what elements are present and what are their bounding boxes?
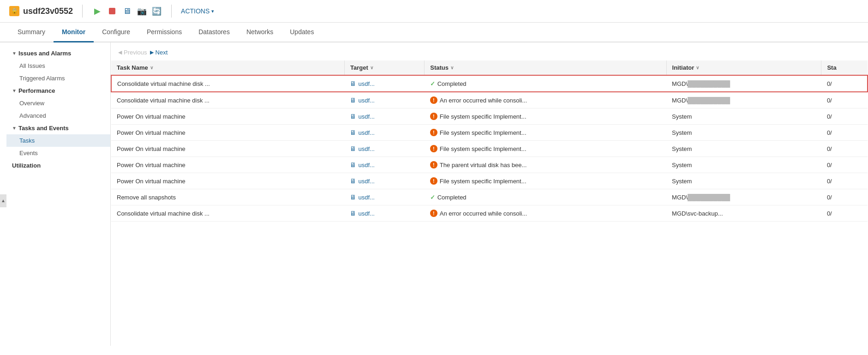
cell-target[interactable]: 🖥usdf...: [344, 173, 424, 189]
col-sta[interactable]: Sta: [821, 60, 868, 75]
sidebar-group-tasks-events[interactable]: ▼ Tasks and Events: [6, 122, 110, 134]
table-row[interactable]: Consolidate virtual machine disk ...🖥usd…: [111, 92, 868, 108]
cell-task-name: Consolidate virtual machine disk ...: [111, 75, 344, 92]
status-text: An error occurred while consoli...: [440, 97, 527, 104]
table-row[interactable]: Power On virtual machine🖥usdf...!File sy…: [111, 125, 868, 141]
cell-target[interactable]: 🖥usdf...: [344, 108, 424, 125]
status-text: File system specific Implement...: [440, 145, 527, 152]
cell-status: !File system specific Implement...: [425, 108, 666, 125]
tab-summary[interactable]: Summary: [9, 23, 54, 42]
expand-arrow-icon: ▼: [12, 51, 17, 56]
play-button[interactable]: ▶: [92, 6, 103, 17]
tab-networks[interactable]: Networks: [238, 23, 281, 42]
initiator-sort: Initiator ∨: [672, 64, 700, 71]
tab-permissions[interactable]: Permissions: [138, 23, 190, 42]
target-text: usdf...: [358, 145, 374, 152]
actions-button[interactable]: ACTIONS ▾: [181, 7, 214, 15]
table-row[interactable]: Consolidate virtual machine disk ...🖥usd…: [111, 75, 868, 92]
table-row[interactable]: Power On virtual machine🖥usdf...!File sy…: [111, 141, 868, 157]
cell-task-name: Consolidate virtual machine disk ...: [111, 92, 344, 108]
cell-target[interactable]: 🖥usdf...: [344, 157, 424, 173]
tab-monitor[interactable]: Monitor: [54, 23, 94, 42]
col-status[interactable]: Status ∨: [425, 60, 666, 75]
cell-target[interactable]: 🖥usdf...: [344, 141, 424, 157]
table-row[interactable]: Power On virtual machine🖥usdf...!The par…: [111, 157, 868, 173]
actions-label: ACTIONS: [181, 7, 210, 15]
migrate-button[interactable]: 🔄: [151, 6, 162, 17]
cell-initiator: System: [666, 108, 821, 125]
snapshot-button[interactable]: 📷: [136, 6, 147, 17]
next-arrow-icon: ▶: [150, 49, 154, 55]
monitor-button[interactable]: 🖥: [121, 6, 132, 17]
sidebar-item-utilization[interactable]: Utilization: [6, 159, 110, 172]
col-task-name[interactable]: Task Name ∨: [111, 60, 344, 75]
cell-sta: 0/: [821, 75, 868, 92]
cell-initiator: System: [666, 173, 821, 189]
target-text: usdf...: [358, 162, 374, 168]
cell-initiator: MGD\██████████: [666, 189, 821, 205]
sidebar-group-performance[interactable]: ▼ Performance: [6, 84, 110, 97]
col-target[interactable]: Target ∨: [344, 60, 424, 75]
table-row[interactable]: Consolidate virtual machine disk ...🖥usd…: [111, 205, 868, 222]
vm-icon: 🖥: [350, 193, 356, 201]
warning-icon: !: [430, 210, 437, 217]
tab-configure[interactable]: Configure: [94, 23, 138, 42]
sidebar-group-label-issues: Issues and Alarms: [18, 50, 71, 57]
sidebar-item-tasks[interactable]: Tasks: [6, 134, 110, 147]
header-divider: [82, 5, 83, 18]
next-button[interactable]: ▶ Next: [150, 49, 168, 56]
table-row[interactable]: Remove all snapshots🖥usdf...✓CompletedMG…: [111, 189, 868, 205]
cell-status: !An error occurred while consoli...: [425, 92, 666, 108]
sidebar-item-triggered-alarms[interactable]: Triggered Alarms: [6, 72, 110, 84]
cell-task-name: Power On virtual machine: [111, 141, 344, 157]
sidebar-section: ▼ Issues and Alarms All Issues Triggered…: [6, 47, 110, 172]
sidebar: ▲ ▼ Issues and Alarms All Issues Trigger…: [0, 42, 111, 346]
col-initiator[interactable]: Initiator ∨: [666, 60, 821, 75]
previous-button[interactable]: ◀ Previous: [118, 49, 147, 56]
status-text: File system specific Implement...: [440, 178, 527, 185]
cell-target[interactable]: 🖥usdf...: [344, 92, 424, 108]
main-content: ▲ ▼ Issues and Alarms All Issues Trigger…: [0, 42, 868, 346]
cell-initiator: MGD\██████████: [666, 75, 821, 92]
sidebar-item-all-issues[interactable]: All Issues: [6, 60, 110, 72]
cell-task-name: Power On virtual machine: [111, 125, 344, 141]
tasks-panel: ◀ Previous ▶ Next Task Name ∨: [111, 42, 868, 346]
warning-icon: !: [430, 161, 437, 168]
cell-status: !File system specific Implement...: [425, 125, 666, 141]
tab-bar: Summary Monitor Configure Permissions Da…: [0, 23, 868, 42]
table-row[interactable]: Power On virtual machine🖥usdf...!File sy…: [111, 173, 868, 189]
cell-sta: 0/: [821, 125, 868, 141]
vm-icon: 🖥: [350, 210, 356, 217]
sidebar-item-advanced[interactable]: Advanced: [6, 109, 110, 122]
target-text: usdf...: [358, 210, 374, 217]
cell-initiator: System: [666, 141, 821, 157]
app-header: 🔒 usdf23v0552 ▶ 🖥 📷 🔄 ACTIONS ▾: [0, 0, 868, 23]
prev-arrow-icon: ◀: [118, 49, 122, 55]
status-sort: Status ∨: [430, 64, 454, 71]
hostname-label: usdf23v0552: [23, 6, 73, 16]
sidebar-group-issues-alarms[interactable]: ▼ Issues and Alarms: [6, 47, 110, 60]
table-row[interactable]: Power On virtual machine🖥usdf...!File sy…: [111, 108, 868, 125]
sidebar-item-overview[interactable]: Overview: [6, 97, 110, 109]
sort-arrow-status: ∨: [450, 65, 454, 70]
vm-icon: 🖥: [350, 113, 356, 120]
sidebar-group-label-tasks: Tasks and Events: [18, 125, 69, 132]
target-text: usdf...: [358, 129, 374, 136]
cell-target[interactable]: 🖥usdf...: [344, 125, 424, 141]
next-label: Next: [156, 49, 168, 56]
cell-initiator: System: [666, 125, 821, 141]
tab-datastores[interactable]: Datastores: [190, 23, 238, 42]
cell-target[interactable]: 🖥usdf...: [344, 189, 424, 205]
sidebar-item-events[interactable]: Events: [6, 147, 110, 159]
stop-button[interactable]: [107, 6, 118, 17]
cell-task-name: Remove all snapshots: [111, 189, 344, 205]
stop-icon: [109, 8, 115, 14]
cell-target[interactable]: 🖥usdf...: [344, 205, 424, 222]
cell-status: !The parent virtual disk has bee...: [425, 157, 666, 173]
tab-updates[interactable]: Updates: [281, 23, 322, 42]
sidebar-label-utilization: Utilization: [12, 162, 41, 169]
sidebar-collapse-button[interactable]: ▲: [0, 194, 6, 207]
cell-target[interactable]: 🖥usdf...: [344, 75, 424, 92]
tasks-tbody: Consolidate virtual machine disk ...🖥usd…: [111, 75, 868, 222]
nav-controls: ◀ Previous ▶ Next: [111, 47, 868, 60]
